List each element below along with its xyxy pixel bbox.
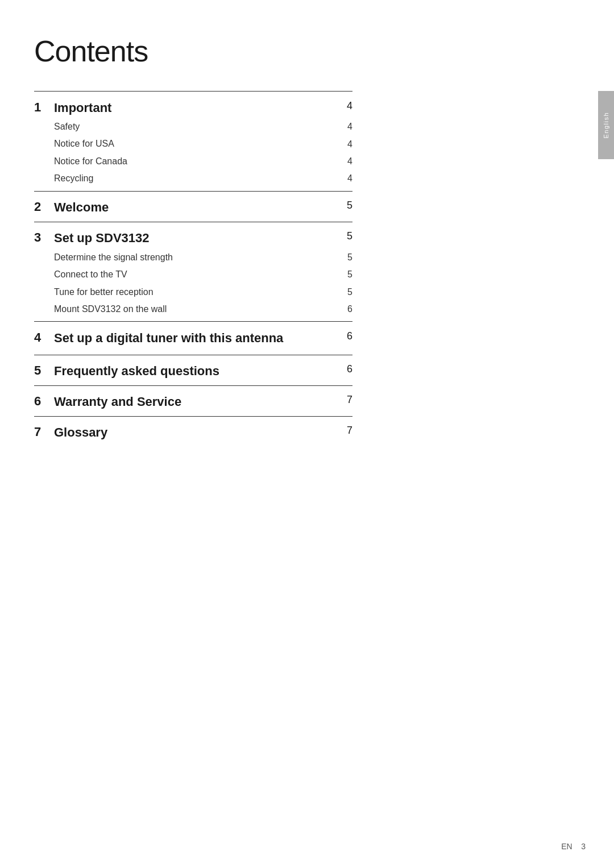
page-container: English Contents 1 Important 4 Safety 4 …: [0, 0, 614, 868]
section-title-7: Glossary: [54, 417, 335, 443]
section-title-3: Set up SDV3132: [54, 222, 335, 249]
toc-table: 1 Important 4 Safety 4 Notice for USA 4 …: [34, 91, 352, 443]
sub-page-canada: 4: [335, 153, 352, 170]
sub-page-signal: 5: [335, 249, 352, 266]
sub-title-recycling: Recycling: [54, 170, 335, 191]
sub-row-canada: Notice for Canada 4: [34, 153, 352, 170]
page-title: Contents: [34, 34, 352, 68]
sub-page-tune: 5: [335, 284, 352, 301]
sub-title-tune: Tune for better reception: [54, 284, 335, 301]
section-page-3: 5: [335, 222, 352, 249]
side-tab: English: [598, 91, 614, 159]
section-page-2: 5: [335, 192, 352, 222]
section-row-1: 1 Important 4: [34, 92, 352, 119]
spacer-4: [34, 349, 352, 355]
section-page-7: 7: [335, 417, 352, 443]
section-num-2: 2: [34, 192, 54, 222]
sub-title-canada: Notice for Canada: [54, 153, 335, 170]
section-num-7: 7: [34, 417, 54, 443]
sub-title-signal: Determine the signal strength: [54, 249, 335, 266]
sub-title-safety: Safety: [54, 118, 335, 135]
section-page-1: 4: [335, 92, 352, 119]
sub-row-mount: Mount SDV3132 on the wall 6: [34, 301, 352, 322]
footer-lang: EN: [561, 842, 572, 851]
section-title-2: Welcome: [54, 192, 335, 222]
sub-page-mount: 6: [335, 301, 352, 322]
sub-page-connect: 5: [335, 266, 352, 283]
section-row-4: 4 Set up a digital tuner with this anten…: [34, 322, 352, 349]
footer: EN 3: [561, 842, 586, 851]
section-page-6: 7: [335, 386, 352, 416]
sub-row-signal: Determine the signal strength 5: [34, 249, 352, 266]
sub-row-connect: Connect to the TV 5: [34, 266, 352, 283]
section-row-2: 2 Welcome 5: [34, 192, 352, 222]
sub-row-usa: Notice for USA 4: [34, 135, 352, 152]
content-area: Contents 1 Important 4 Safety 4 Notice f…: [34, 34, 352, 443]
section-num-1: 1: [34, 92, 54, 119]
section-row-6: 6 Warranty and Service 7: [34, 386, 352, 416]
side-tab-label: English: [603, 112, 609, 139]
section-num-3: 3: [34, 222, 54, 249]
section-page-5: 6: [335, 355, 352, 385]
section-num-6: 6: [34, 386, 54, 416]
section-row-3: 3 Set up SDV3132 5: [34, 222, 352, 249]
section-num-5: 5: [34, 355, 54, 385]
sub-page-recycling: 4: [335, 170, 352, 191]
sub-page-usa: 4: [335, 135, 352, 152]
sub-title-mount: Mount SDV3132 on the wall: [54, 301, 335, 322]
section-title-1: Important: [54, 92, 335, 119]
section-num-4: 4: [34, 322, 54, 349]
section-page-4: 6: [335, 322, 352, 349]
section-title-4: Set up a digital tuner with this antenna: [54, 322, 335, 349]
sub-row-tune: Tune for better reception 5: [34, 284, 352, 301]
sub-title-connect: Connect to the TV: [54, 266, 335, 283]
section-title-6: Warranty and Service: [54, 386, 335, 416]
sub-title-usa: Notice for USA: [54, 135, 335, 152]
sub-row-recycling: Recycling 4: [34, 170, 352, 191]
section-row-5: 5 Frequently asked questions 6: [34, 355, 352, 385]
footer-page: 3: [581, 842, 586, 851]
sub-row-safety: Safety 4: [34, 118, 352, 135]
section-title-5: Frequently asked questions: [54, 355, 335, 385]
section-row-7: 7 Glossary 7: [34, 417, 352, 443]
sub-page-safety: 4: [335, 118, 352, 135]
